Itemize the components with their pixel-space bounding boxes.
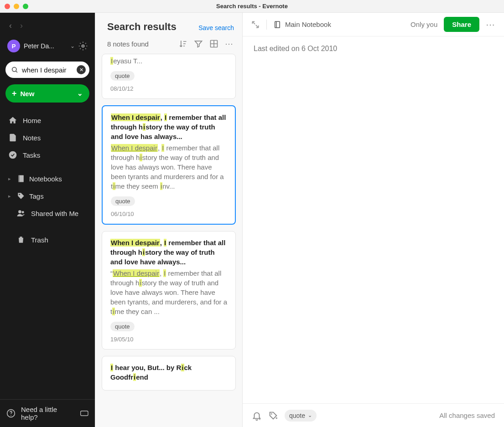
note-title: I hear you, But... by Rick Goodfriend (110, 363, 227, 382)
chevron-down-icon: ⌄ (77, 89, 83, 98)
sidebar-item-shared[interactable]: Shared with Me (2, 205, 93, 222)
note-snippet: Ieyasu T... (110, 56, 227, 66)
note-card[interactable]: When I despair, I remember that all thro… (102, 231, 236, 350)
note-date: 06/10/10 (111, 211, 227, 217)
chevron-down-icon: ⌄ (308, 412, 312, 418)
nav-forward-button[interactable]: › (20, 21, 23, 31)
share-button[interactable]: Share (444, 17, 479, 32)
account-switcher[interactable]: P Peter Da... ⌄ (5, 37, 89, 55)
last-edited: Last edited on 6 Oct 2010 (243, 36, 504, 403)
close-window-button[interactable] (5, 4, 10, 9)
sidebar-item-tags[interactable]: ▸ Tags (2, 187, 93, 205)
window-title: Search results - Evernote (0, 3, 504, 10)
note-card[interactable]: I hear you, But... by Rick Goodfriend (102, 356, 236, 391)
expand-button[interactable] (251, 20, 260, 29)
search-query: when I despair (22, 66, 77, 74)
svg-rect-4 (18, 175, 20, 182)
settings-button[interactable] (78, 41, 88, 51)
plus-icon: + (12, 89, 17, 98)
sidebar-item-home[interactable]: Home (2, 112, 93, 129)
svg-point-9 (10, 415, 11, 416)
sidebar-item-label: Notebooks (29, 175, 62, 183)
sort-button[interactable] (178, 39, 187, 48)
new-label: New (21, 90, 35, 98)
sidebar-item-label: Need a little help? (21, 406, 75, 421)
tag-icon (16, 191, 26, 201)
note-snippet: When I despair, I remember that all thro… (111, 143, 227, 191)
sidebar: ‹ › P Peter Da... ⌄ when I despair ✕ + (0, 13, 95, 427)
note-snippet: “When I despair, I remember that all thr… (110, 268, 227, 316)
trash-icon (16, 235, 26, 244)
notebook-selector[interactable]: Main Notebook (273, 21, 331, 29)
user-name: Peter Da... (24, 42, 67, 50)
avatar: P (7, 40, 20, 52)
notebook-icon (273, 21, 281, 29)
note-more-button[interactable]: ⋯ (486, 19, 496, 30)
svg-rect-10 (81, 411, 88, 416)
filter-button[interactable] (194, 39, 203, 48)
list-title: Search results (107, 21, 177, 33)
sidebar-item-label: Home (23, 117, 41, 124)
svg-point-7 (22, 211, 24, 213)
titlebar: Search results - Evernote (0, 0, 504, 13)
sidebar-item-label: Tasks (23, 151, 40, 159)
note-tag: quote (110, 71, 135, 81)
note-icon (8, 133, 17, 142)
chevron-down-icon: ⌄ (70, 43, 75, 49)
note-tag: quote (111, 196, 135, 206)
help-badge-icon (80, 410, 88, 417)
clear-search-button[interactable]: ✕ (77, 65, 86, 74)
caret-right-icon: ▸ (8, 176, 13, 182)
svg-point-14 (271, 413, 272, 414)
notebook-icon (16, 174, 26, 183)
sidebar-item-notebooks[interactable]: ▸ Notebooks (2, 170, 93, 187)
people-icon (16, 209, 26, 218)
note-list-panel: Search results Save search 8 notes found… (95, 13, 243, 427)
new-button[interactable]: + New ⌄ (5, 84, 89, 103)
svg-rect-12 (275, 21, 280, 28)
note-card[interactable]: When I despair, I remember that all thro… (102, 105, 236, 225)
note-tag: quote (110, 322, 135, 331)
note-date: 19/05/10 (110, 336, 227, 343)
nav-back-button[interactable]: ‹ (9, 21, 12, 31)
results-count: 8 notes found (107, 40, 172, 48)
note-list: Ieyasu T...quote08/10/12When I despair, … (95, 54, 242, 427)
sidebar-item-tasks[interactable]: Tasks (2, 146, 93, 164)
more-options-button[interactable]: ⋯ (225, 39, 234, 48)
help-icon (6, 409, 16, 418)
home-icon (8, 116, 17, 125)
svg-point-1 (12, 67, 16, 72)
sidebar-item-label: Notes (23, 134, 41, 142)
sidebar-item-notes[interactable]: Notes (2, 129, 93, 146)
sidebar-item-label: Shared with Me (31, 210, 78, 217)
save-search-button[interactable]: Save search (198, 24, 234, 31)
zoom-window-button[interactable] (23, 4, 28, 9)
check-circle-icon (8, 150, 17, 159)
search-icon (11, 66, 18, 73)
save-status: All changes saved (439, 412, 495, 419)
caret-right-icon: ▸ (8, 193, 13, 199)
sidebar-item-label: Tags (29, 192, 44, 200)
note-title: When I despair, I remember that all thro… (110, 238, 227, 267)
view-toggle-button[interactable] (209, 39, 218, 48)
reminder-button[interactable] (252, 411, 262, 421)
add-tag-button[interactable] (268, 411, 278, 421)
notebook-name: Main Notebook (285, 21, 331, 28)
svg-point-2 (9, 151, 17, 159)
sidebar-item-help[interactable]: Need a little help? (0, 401, 95, 425)
sidebar-item-label: Trash (31, 236, 48, 244)
window-controls (5, 4, 28, 9)
visibility-label: Only you (410, 21, 437, 28)
svg-point-6 (18, 210, 21, 213)
tag-pill[interactable]: quote ⌄ (285, 410, 317, 422)
svg-point-0 (82, 45, 84, 47)
svg-point-5 (19, 194, 20, 195)
separator (266, 20, 267, 30)
tag-label: quote (289, 412, 305, 419)
search-input[interactable]: when I despair ✕ (5, 62, 89, 78)
note-date: 08/10/12 (110, 85, 227, 92)
note-title: When I despair, I remember that all thro… (111, 113, 227, 141)
note-card[interactable]: Ieyasu T...quote08/10/12 (102, 54, 236, 99)
sidebar-item-trash[interactable]: Trash (2, 231, 93, 248)
minimize-window-button[interactable] (14, 4, 19, 9)
